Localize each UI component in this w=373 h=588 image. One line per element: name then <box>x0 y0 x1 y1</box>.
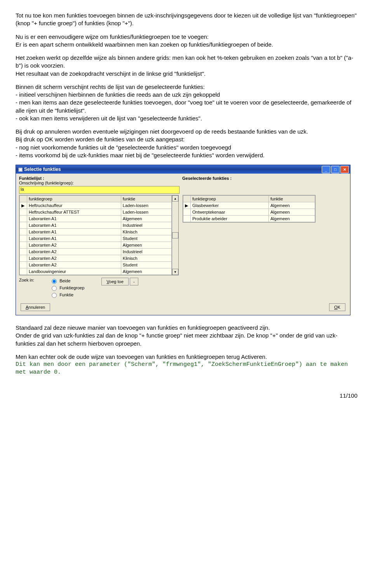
paragraph: Onder de grid van uzk-funkties zal dan d… <box>16 332 357 348</box>
right-grid[interactable]: funktiegroepfunktie ▶GlasbewerkerAlgemee… <box>183 195 315 223</box>
table-row[interactable]: Laboranten A2Industrieel <box>20 249 172 255</box>
col-header[interactable]: funktiegroep <box>191 196 269 202</box>
paragraph: Bij druk op annuleren worden eventuele w… <box>16 128 357 136</box>
bullet: - ook kan men items verwijderen uit de l… <box>16 115 357 122</box>
col-header[interactable]: funktiegroep <box>27 196 121 202</box>
paragraph: Tot nu toe kon men funkties toevoegen bi… <box>16 12 357 28</box>
zoekin-radios[interactable]: Beide Funktiegroep Funktie <box>50 278 84 298</box>
bullet: - items voorkomd bij de uzk-funkties maa… <box>16 151 357 159</box>
paragraph: Standaard zal deze nieuwe manier van toe… <box>16 324 357 332</box>
left-grid[interactable]: funktiegroepfunktie ▶HeftruckchauffeurLa… <box>19 195 172 275</box>
table-row[interactable]: Produktie arbeiderAlgemeen <box>183 216 315 222</box>
table-row[interactable]: Laboranten A1Student <box>20 235 172 242</box>
table-row[interactable]: Laboranten A1Industrieel <box>20 222 172 229</box>
radio-beide[interactable]: Beide <box>50 278 84 284</box>
paragraph: Binnen dit scherm verschijnt rechts de l… <box>16 83 357 91</box>
titlebar[interactable]: ▣ Selectie funkties _ □ ✕ <box>16 165 350 174</box>
page-number: 11/100 <box>16 392 357 399</box>
dialog-window: ▣ Selectie funkties _ □ ✕ Funktielijst :… <box>16 165 350 315</box>
paragraph: Het resultaat van de zoekopdracht versch… <box>16 70 357 78</box>
scroll-up-icon[interactable]: ▲ <box>172 195 178 202</box>
ok-button[interactable]: OK <box>329 303 345 311</box>
table-row[interactable]: OntwerptekenaarAlgemeen <box>183 209 315 216</box>
table-row[interactable]: ▶GlasbewerkerAlgemeen <box>183 202 315 209</box>
remove-button[interactable]: - <box>130 278 138 285</box>
table-row[interactable]: Laboranten A1Algemeen <box>20 216 172 222</box>
bullet: - men kan items aan deze geselecteerde f… <box>16 99 357 115</box>
radio-funktiegroep[interactable]: Funktiegroep <box>50 285 84 291</box>
right-list-label: Geselecteerde funkties : <box>182 176 347 185</box>
table-row[interactable]: Laboranten A2Student <box>20 262 172 268</box>
table-row[interactable]: ▶HeftruckchauffeurLaden-lossen <box>20 202 172 209</box>
search-desc-label: Omschrijving (funktie/groep): <box>19 181 182 185</box>
maximize-button[interactable]: □ <box>331 166 340 173</box>
bullet: - initieel verschijnen hierbinnen de fun… <box>16 91 357 99</box>
close-button[interactable]: ✕ <box>340 166 349 173</box>
table-row[interactable]: Laboranten A2Algemeen <box>20 242 172 249</box>
voeg-toe-button[interactable]: Voeg toe <box>101 278 128 285</box>
paragraph: Nu is er een eenvoudigere wijze om funkt… <box>16 33 357 49</box>
scroll-down-icon[interactable]: ▼ <box>172 269 178 275</box>
table-row[interactable]: Laboranten A2Klinisch <box>20 255 172 262</box>
search-input[interactable]: la <box>19 186 180 194</box>
app-icon: ▣ <box>18 167 23 172</box>
left-list-label: Funktielijst : <box>19 176 182 181</box>
scroll-thumb[interactable] <box>172 232 178 238</box>
table-row[interactable]: LandbouwingenieurAlgemeen <box>20 268 172 275</box>
zoekin-label: Zoek in: <box>19 278 34 282</box>
window-title: Selectie funkties <box>24 167 322 172</box>
table-row[interactable]: Heftruckchauffeur ATTESTLaden-lossen <box>20 209 172 216</box>
bullet: - nog niet voorkomende funkties uit de "… <box>16 144 357 151</box>
minimize-button[interactable]: _ <box>322 166 330 173</box>
table-row[interactable]: Laboranten A1Klinisch <box>20 229 172 235</box>
scrollbar[interactable]: ▲ ▼ <box>172 195 179 275</box>
paragraph: Bij druk op OK worden worden de funkties… <box>16 136 357 143</box>
col-header[interactable]: funktie <box>269 196 315 202</box>
annuleren-button[interactable]: Annuleren <box>21 303 50 311</box>
paragraph: Men kan echter ook de oude wijze van toe… <box>16 353 357 361</box>
col-header[interactable]: funktie <box>121 196 171 202</box>
code-line: Dit kan men door een parameter ("Scherm"… <box>16 361 357 377</box>
radio-funktie[interactable]: Funktie <box>50 292 84 298</box>
paragraph: Het zoeken werkt op dezelfde wijze als b… <box>16 54 357 70</box>
